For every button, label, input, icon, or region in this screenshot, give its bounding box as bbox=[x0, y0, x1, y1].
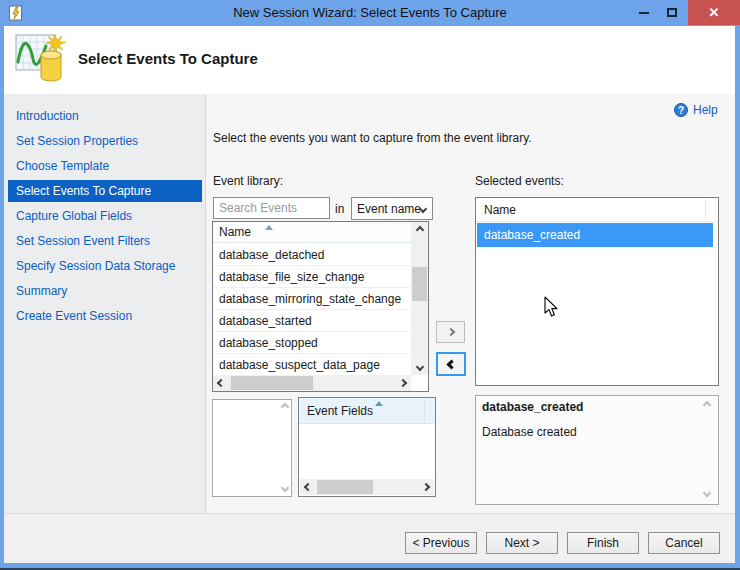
step-capture-global-fields[interactable]: Capture Global Fields bbox=[8, 205, 202, 227]
column-divider bbox=[424, 398, 425, 424]
vertical-scrollbar[interactable] bbox=[411, 222, 428, 375]
instruction-text: Select the events you want to capture fr… bbox=[213, 131, 532, 145]
event-library-label: Event library: bbox=[213, 174, 283, 188]
in-label: in bbox=[335, 202, 344, 216]
horizontal-scrollbar[interactable] bbox=[300, 479, 434, 495]
scrollbar-thumb[interactable] bbox=[412, 267, 427, 301]
search-scope-value: Event name bbox=[357, 202, 421, 216]
scrollbar-thumb[interactable] bbox=[231, 376, 313, 390]
step-set-session-properties[interactable]: Set Session Properties bbox=[8, 130, 202, 152]
sort-ascending-icon bbox=[375, 401, 383, 406]
minimize-button[interactable] bbox=[632, 0, 656, 25]
arrow-right-icon bbox=[446, 328, 454, 336]
scroll-left-icon[interactable] bbox=[300, 479, 316, 495]
column-divider bbox=[705, 198, 706, 222]
footer-button-bar: < Previous Next > Finish Cancel bbox=[4, 513, 735, 563]
scroll-right-icon[interactable] bbox=[395, 375, 411, 391]
list-item[interactable]: database_suspect_data_page bbox=[213, 354, 411, 375]
wizard-window: New Session Wizard: Select Events To Cap… bbox=[0, 0, 740, 570]
selected-events-list: Name database_created bbox=[475, 197, 719, 386]
window-content: Select Events To Capture Introduction Se… bbox=[4, 26, 735, 563]
step-set-session-event-filters[interactable]: Set Session Event Filters bbox=[8, 230, 202, 252]
page-title: Select Events To Capture bbox=[78, 50, 258, 67]
selected-column-label: Name bbox=[484, 203, 516, 217]
event-description-title: database_created bbox=[482, 400, 583, 414]
events-wizard-icon bbox=[14, 32, 66, 84]
scroll-left-icon[interactable] bbox=[213, 375, 229, 391]
selected-name-column-header[interactable]: Name bbox=[476, 198, 718, 222]
sort-ascending-icon bbox=[265, 225, 273, 230]
maximize-icon bbox=[667, 8, 677, 17]
step-summary[interactable]: Summary bbox=[8, 280, 202, 302]
event-description-text: Database created bbox=[482, 425, 577, 439]
help-link[interactable]: ? Help bbox=[674, 103, 718, 117]
search-events-input[interactable] bbox=[213, 197, 330, 219]
list-item[interactable]: database_file_size_change bbox=[213, 266, 411, 288]
maximize-button[interactable] bbox=[660, 0, 684, 25]
scroll-up-icon[interactable] bbox=[411, 222, 428, 238]
close-icon: ✕ bbox=[709, 5, 720, 20]
help-label: Help bbox=[693, 103, 718, 117]
scroll-up-icon[interactable] bbox=[703, 401, 711, 409]
window-title: New Session Wizard: Select Events To Cap… bbox=[0, 0, 740, 26]
selected-events-label: Selected events: bbox=[475, 174, 564, 188]
event-library-list: Name database_detached database_file_siz… bbox=[212, 221, 429, 392]
field-list-panel bbox=[212, 399, 292, 497]
cancel-button[interactable]: Cancel bbox=[648, 532, 720, 554]
wizard-steps-sidebar: Introduction Set Session Properties Choo… bbox=[4, 94, 206, 513]
library-column-label: Name bbox=[219, 225, 251, 239]
title-bar: New Session Wizard: Select Events To Cap… bbox=[0, 0, 740, 26]
help-icon: ? bbox=[674, 103, 688, 117]
event-fields-label: Event Fields bbox=[307, 404, 373, 418]
search-scope-dropdown[interactable]: Event name bbox=[351, 197, 433, 220]
list-item[interactable]: database_detached bbox=[213, 244, 411, 266]
horizontal-scrollbar[interactable] bbox=[213, 375, 411, 391]
list-item[interactable]: database_started bbox=[213, 310, 411, 332]
minimize-icon bbox=[639, 12, 649, 14]
list-item[interactable]: database_mirroring_state_change bbox=[213, 288, 411, 310]
step-create-event-session[interactable]: Create Event Session bbox=[8, 305, 202, 327]
scroll-down-icon[interactable] bbox=[703, 489, 711, 497]
step-select-events-to-capture[interactable]: Select Events To Capture bbox=[8, 180, 202, 202]
page-header: Select Events To Capture bbox=[4, 26, 735, 94]
next-button[interactable]: Next > bbox=[486, 532, 558, 554]
scroll-up-icon[interactable] bbox=[281, 403, 289, 411]
scroll-down-icon[interactable] bbox=[411, 359, 428, 375]
selected-event-row[interactable]: database_created bbox=[477, 223, 713, 247]
event-fields-panel: Event Fields bbox=[298, 397, 436, 497]
scroll-down-icon[interactable] bbox=[281, 484, 289, 492]
step-choose-template[interactable]: Choose Template bbox=[8, 155, 202, 177]
finish-button[interactable]: Finish bbox=[567, 532, 639, 554]
add-event-button[interactable] bbox=[436, 321, 465, 343]
close-button[interactable]: ✕ bbox=[688, 0, 740, 25]
arrow-left-icon bbox=[446, 359, 456, 369]
list-item[interactable]: database_stopped bbox=[213, 332, 411, 354]
scrollbar-thumb[interactable] bbox=[317, 480, 373, 494]
step-specify-session-data-storage[interactable]: Specify Session Data Storage bbox=[8, 255, 202, 277]
event-description-panel: database_created Database created bbox=[475, 395, 719, 505]
previous-button[interactable]: < Previous bbox=[405, 532, 477, 554]
library-rows: database_detached database_file_size_cha… bbox=[213, 244, 411, 375]
library-name-column-header[interactable]: Name bbox=[213, 222, 411, 243]
remove-event-button[interactable] bbox=[436, 352, 466, 376]
scroll-right-icon[interactable] bbox=[418, 479, 434, 495]
event-fields-column-header[interactable]: Event Fields bbox=[299, 398, 435, 424]
step-introduction[interactable]: Introduction bbox=[8, 105, 202, 127]
